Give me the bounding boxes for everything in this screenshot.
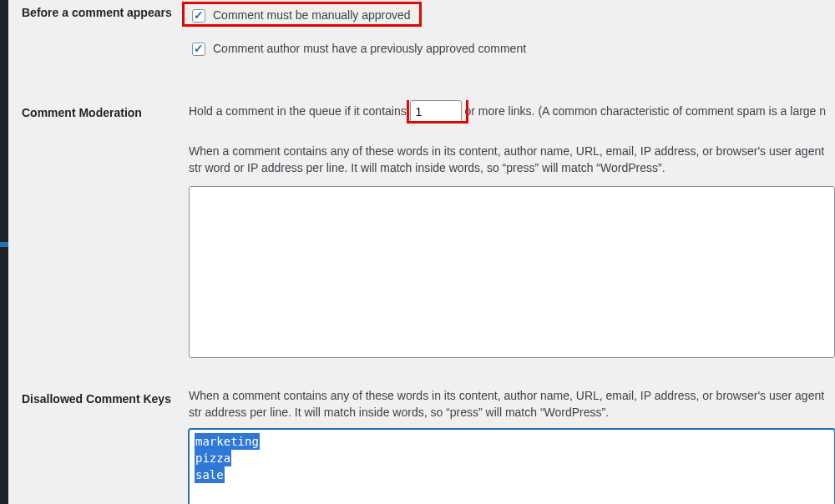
- prev-approved-option[interactable]: Comment author must have a previously ap…: [189, 38, 835, 60]
- disallowed-key-item: sale: [195, 466, 225, 483]
- disallowed-description: When a comment contains any of these wor…: [189, 388, 835, 421]
- hold-links-text-after: or more links. (A common characteristic …: [464, 104, 826, 118]
- row-comment-moderation: Comment Moderation Hold a comment in the…: [8, 100, 835, 358]
- content-disallowed-keys: When a comment contains any of these wor…: [189, 388, 835, 504]
- row-before-comment-appears: Before a comment appears Comment must be…: [8, 0, 835, 60]
- hold-links-paragraph: Hold a comment in the queue if it contai…: [189, 100, 835, 123]
- content-comment-moderation: Hold a comment in the queue if it contai…: [189, 100, 835, 358]
- disallowed-key-item: pizza: [195, 450, 231, 466]
- label-before-comment-appears: Before a comment appears: [8, 5, 189, 22]
- admin-sidebar-stub: [0, 0, 8, 504]
- moderation-keys-textarea[interactable]: [189, 186, 835, 358]
- sidebar-active-marker: [0, 242, 8, 247]
- prev-approved-label: Comment author must have a previously ap…: [213, 41, 526, 58]
- disallowed-key-item: marketing: [195, 433, 260, 450]
- label-disallowed-keys: Disallowed Comment Keys: [8, 388, 189, 408]
- moderation-description: When a comment contains any of these wor…: [189, 144, 835, 176]
- row-disallowed-keys: Disallowed Comment Keys When a comment c…: [8, 388, 835, 504]
- disallowed-keys-selected-text: marketing pizza sale: [195, 433, 829, 483]
- content-before-comment-appears: Comment must be manually approved Commen…: [189, 5, 835, 60]
- manual-approve-checkbox[interactable]: [192, 9, 205, 23]
- disallowed-keys-textarea[interactable]: marketing pizza sale: [189, 429, 835, 504]
- links-count-input[interactable]: [410, 100, 462, 123]
- manual-approve-label: Comment must be manually approved: [213, 8, 411, 24]
- discussion-settings-table: Before a comment appears Comment must be…: [8, 0, 835, 504]
- prev-approved-checkbox[interactable]: [192, 43, 205, 56]
- label-comment-moderation: Comment Moderation: [8, 100, 189, 122]
- manual-approve-option[interactable]: Comment must be manually approved: [189, 5, 835, 27]
- hold-links-text-before: Hold a comment in the queue if it contai…: [189, 104, 407, 118]
